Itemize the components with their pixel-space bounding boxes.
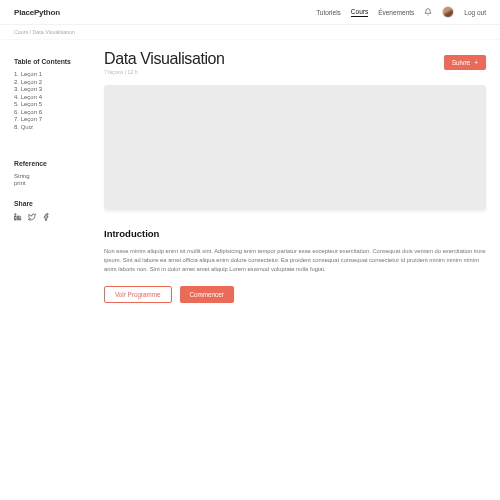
brand-logo[interactable]: PlacePython: [14, 8, 60, 17]
svg-rect-0: [15, 216, 16, 220]
app-header: PlacePython Tutoriels Cours Évenements L…: [0, 0, 500, 25]
toc-item[interactable]: 4. Leçon 4: [14, 94, 86, 100]
linkedin-icon[interactable]: [14, 213, 22, 222]
follow-label: Suivre: [452, 59, 470, 66]
main-content: Data Visualisation 7 leçons | 12 h Suivr…: [104, 50, 486, 303]
twitter-icon[interactable]: [28, 213, 36, 222]
sidebar: Table of Contents 1. Leçon 1 2. Leçon 2 …: [14, 50, 86, 303]
nav-evenements[interactable]: Évenements: [378, 9, 414, 16]
intro-body: Non esse minim aliquip enim sit mollit s…: [104, 247, 486, 274]
reference-item[interactable]: print: [14, 180, 86, 186]
view-program-button[interactable]: Voir Programme: [104, 286, 172, 303]
logout-link[interactable]: Log out: [464, 9, 486, 16]
notifications-bell-icon[interactable]: [424, 8, 432, 17]
toc-list: 1. Leçon 1 2. Leçon 2 3. Leçon 3 4. Leço…: [14, 71, 86, 130]
course-title: Data Visualisation: [104, 50, 225, 68]
course-hero-image: [104, 85, 486, 210]
user-avatar[interactable]: [442, 6, 454, 18]
course-actions: Voir Programme Commencer: [104, 286, 486, 303]
reference-heading: Reference: [14, 160, 86, 167]
facebook-icon[interactable]: [42, 213, 50, 222]
nav-cours[interactable]: Cours: [351, 8, 368, 17]
course-header: Data Visualisation 7 leçons | 12 h Suivr…: [104, 50, 486, 75]
follow-button[interactable]: Suivre +: [444, 55, 486, 70]
reference-list: String print: [14, 173, 86, 186]
start-button[interactable]: Commencer: [180, 286, 234, 303]
toc-item[interactable]: 8. Quiz: [14, 124, 86, 130]
breadcrumb[interactable]: Cours / Data Visualisation: [0, 25, 500, 40]
toc-item[interactable]: 1. Leçon 1: [14, 71, 86, 77]
toc-item[interactable]: 2. Leçon 2: [14, 79, 86, 85]
intro-section: Introduction Non esse minim aliquip enim…: [104, 228, 486, 274]
intro-heading: Introduction: [104, 228, 486, 239]
reference-item[interactable]: String: [14, 173, 86, 179]
toc-heading: Table of Contents: [14, 58, 86, 65]
course-meta: 7 leçons | 12 h: [104, 69, 225, 75]
toc-item[interactable]: 6. Leçon 6: [14, 109, 86, 115]
toc-item[interactable]: 5. Leçon 5: [14, 101, 86, 107]
nav-tutoriels[interactable]: Tutoriels: [316, 9, 341, 16]
plus-icon: +: [474, 59, 478, 66]
main-nav: Tutoriels Cours Évenements Log out: [316, 6, 486, 18]
toc-item[interactable]: 7. Leçon 7: [14, 116, 86, 122]
svg-point-1: [15, 213, 16, 214]
share-icons: [14, 213, 86, 222]
toc-item[interactable]: 3. Leçon 3: [14, 86, 86, 92]
share-heading: Share: [14, 200, 86, 207]
